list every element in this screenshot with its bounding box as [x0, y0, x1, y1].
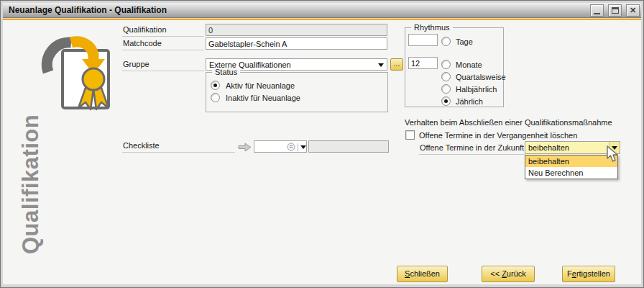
option-beibehalten[interactable]: beibehalten — [525, 156, 617, 167]
vergangenheit-checkbox[interactable] — [405, 130, 415, 140]
checkliste-secondary-input — [308, 140, 389, 153]
close-icon: ✕ — [630, 6, 636, 14]
close-button[interactable]: ✕ — [626, 4, 640, 17]
fertigstellen-button[interactable]: Fertigstellen — [562, 266, 615, 282]
minimize-button[interactable] — [590, 4, 604, 17]
radio-halbjaehrlich[interactable] — [441, 84, 451, 94]
schliessen-button[interactable]: Schließen — [397, 266, 448, 282]
maximize-button[interactable] — [608, 4, 622, 17]
qualifikation-input — [206, 24, 387, 36]
radio-inaktiv[interactable] — [211, 93, 220, 102]
radio-halbjaehrlich-label: Halbjährlich — [456, 85, 497, 94]
matchcode-label: Matchcode — [122, 38, 204, 50]
radio-jaehrlich-label: Jährlich — [456, 97, 483, 106]
gruppe-label: Gruppe — [122, 59, 204, 71]
radio-quartalsweise[interactable] — [441, 72, 451, 81]
dialog-window: Neuanlage Qualifikation - Qualifikation … — [0, 0, 644, 288]
fertigstellen-button-prefix: F — [567, 269, 572, 278]
checkliste-label: Checkliste — [122, 140, 235, 153]
zurueck-button-prefix: << — [490, 269, 502, 278]
separator — [298, 143, 298, 151]
tage-input[interactable] — [408, 34, 438, 46]
status-groupbox: Status — [206, 72, 388, 112]
monate-input[interactable] — [408, 57, 438, 69]
list-icon[interactable] — [287, 143, 295, 151]
status-legend: Status — [212, 68, 240, 76]
zurueck-button[interactable]: << Zurück — [482, 266, 535, 282]
zukunft-selected-value: beibehalten — [528, 143, 569, 152]
zukunft-dropdown-list: beibehalten Neu Berechnen — [525, 155, 618, 179]
maximize-icon — [612, 7, 619, 14]
dropdown-arrow-icon[interactable] — [300, 145, 306, 149]
fertigstellen-button-label: rtigstellen — [576, 269, 610, 278]
browse-button[interactable]: ... — [390, 58, 403, 71]
zurueck-button-mnemonic: Z — [502, 269, 507, 278]
window-title: Neuanlage Qualifikation - Qualifikation — [9, 5, 167, 15]
schliessen-button-label: chließen — [410, 269, 440, 278]
radio-tage[interactable] — [441, 37, 451, 46]
radio-tage-label: Tage — [456, 37, 473, 46]
qualifikation-label: Qualifikation — [122, 24, 204, 37]
title-bar: Neuanlage Qualifikation - Qualifikation — [3, 3, 641, 18]
radio-monate[interactable] — [441, 60, 451, 69]
checkliste-input-icons — [287, 143, 306, 151]
link-arrow-icon[interactable] — [238, 143, 252, 152]
mouse-cursor-icon — [607, 145, 619, 163]
vergangenheit-checkbox-label: Offene Termine in der Vergangenheit lösc… — [419, 131, 577, 140]
minimize-icon — [594, 13, 600, 14]
option-neu-berechnen[interactable]: Neu Berechnen — [525, 167, 617, 179]
radio-jaehrlich[interactable] — [441, 96, 451, 106]
radio-quartalsweise-label: Quartalsweise — [456, 73, 506, 81]
certificate-icon — [38, 33, 116, 121]
zukunft-label: Offene Termine in der Zukunft — [419, 143, 525, 155]
radio-monate-label: Monate — [456, 60, 482, 69]
matchcode-input[interactable] — [206, 37, 387, 50]
verhalten-heading: Verhalten beim Abschließen einer Qualifi… — [405, 118, 612, 127]
radio-inaktiv-label: Inaktiv für Neuanlage — [226, 94, 300, 102]
zurueck-button-label: urück — [507, 269, 526, 278]
radio-aktiv-label: Aktiv für Neuanlage — [226, 81, 295, 90]
radio-aktiv[interactable] — [211, 81, 220, 90]
rhythmus-legend: Rhythmus — [411, 23, 453, 32]
dropdown-arrow-icon — [378, 63, 384, 67]
vertical-page-label: Qualifikation — [18, 114, 44, 254]
